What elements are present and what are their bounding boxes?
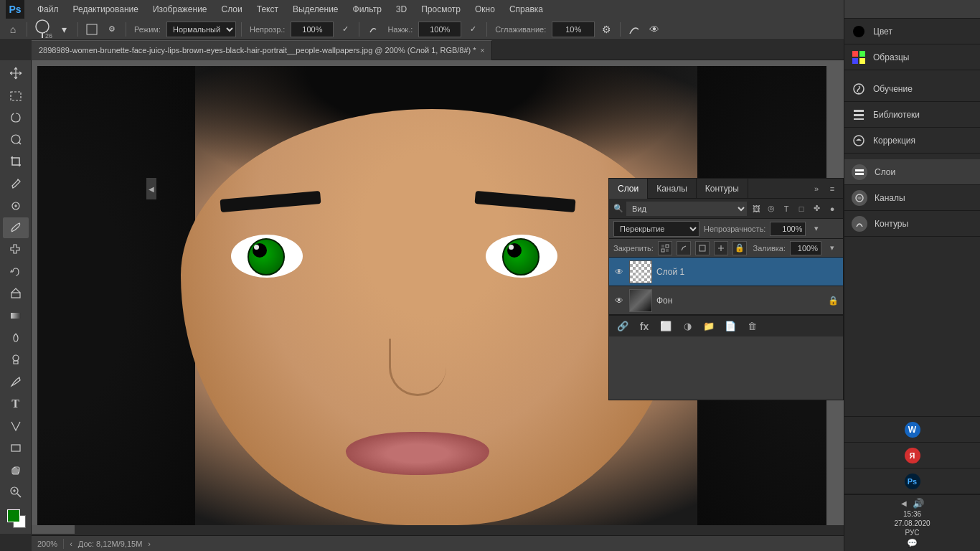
blend-mode-dropdown[interactable]: Перекрытие Нормальный [613, 221, 699, 237]
eye-tool[interactable]: 👁 [646, 21, 663, 38]
horizontal-scrollbar[interactable] [32, 525, 846, 534]
new-group-btn[interactable]: 📁 [701, 319, 717, 334]
menu-view[interactable]: Просмотр [415, 3, 466, 16]
rectangle-tool[interactable] [3, 438, 29, 458]
curve-tool[interactable] [626, 21, 643, 38]
menu-filter[interactable]: Фильтр [347, 3, 387, 16]
menu-layers[interactable]: Слои [216, 3, 248, 16]
healing-brush-tool[interactable] [3, 195, 29, 216]
lock-move-btn[interactable] [714, 241, 728, 255]
menu-help[interactable]: Справка [504, 3, 549, 16]
lock-transparent-btn[interactable] [658, 241, 672, 255]
opacity-input[interactable]: 100% [291, 22, 334, 37]
panel-expand-arrow[interactable]: ◀ [146, 178, 156, 199]
lock-artboards-btn[interactable] [695, 241, 710, 255]
new-layer-btn[interactable]: 📄 [722, 319, 738, 334]
eraser-tool[interactable] [3, 283, 29, 304]
yandex-browser[interactable]: Я [844, 443, 980, 468]
rectangle-select-tool[interactable] [3, 85, 29, 106]
menu-window[interactable]: Окно [469, 3, 501, 16]
menu-image[interactable]: Изображение [147, 3, 213, 16]
panel-channels-link[interactable]: Каналы [844, 185, 980, 211]
layer-bg-visibility[interactable]: 👁 [613, 295, 625, 306]
layer-row-1[interactable]: 👁 Слой 1 [609, 258, 843, 286]
crop-tool[interactable] [3, 151, 29, 172]
filter-shape-icon[interactable]: □ [795, 202, 808, 215]
panel-libraries[interactable]: Библиотеки [844, 102, 980, 128]
tool-home[interactable]: ⌂ [4, 21, 22, 38]
lock-all-btn[interactable]: 🔒 [732, 241, 747, 255]
menu-3d[interactable]: 3D [390, 3, 413, 16]
panel-learn[interactable]: Обучение [844, 76, 980, 102]
word-app[interactable]: W [844, 417, 980, 443]
panel-adjustments[interactable]: Коррекция [844, 128, 980, 154]
lock-paint-btn[interactable] [677, 241, 691, 255]
path-selection-tool[interactable] [3, 415, 29, 436]
status-arrow-left[interactable]: ‹ [70, 540, 72, 548]
add-style-btn[interactable]: fx [636, 319, 652, 334]
clone-stamp-tool[interactable] [3, 240, 29, 260]
expand-tray-btn[interactable]: ◀ [901, 499, 907, 507]
panel-layers-link[interactable]: Слои [844, 159, 980, 185]
flow-input[interactable]: 100% [418, 22, 461, 37]
layers-tab[interactable]: Слои [609, 179, 648, 199]
brush-tool-indicator[interactable]: 26 [32, 19, 52, 39]
brush-settings-button[interactable]: ⚙ [103, 21, 121, 38]
horizontal-scrollbar-thumb[interactable] [32, 525, 75, 534]
filter-toggle[interactable]: ● [826, 202, 839, 215]
brush-options-button[interactable]: ▾ [55, 21, 72, 38]
foreground-color-swatch[interactable] [7, 509, 20, 522]
menu-select[interactable]: Выделение [287, 3, 344, 16]
layer-filter-dropdown[interactable]: Вид [626, 202, 747, 216]
opacity-value[interactable]: 100% [770, 222, 806, 236]
notification-btn[interactable]: 💬 [907, 538, 918, 548]
opacity-check[interactable]: ✓ [336, 21, 354, 38]
text-tool[interactable]: T [3, 394, 29, 415]
mode-dropdown[interactable]: Нормальный [166, 22, 236, 37]
history-brush-tool[interactable] [3, 261, 29, 282]
panel-color[interactable]: Цвет [844, 19, 980, 44]
lasso-tool[interactable] [3, 107, 29, 128]
flow-check[interactable]: ✓ [464, 21, 481, 38]
channels-tab[interactable]: Каналы [648, 179, 697, 199]
layer-row-bg[interactable]: 👁 Фон 🔒 [609, 286, 843, 315]
brush-shape-button[interactable] [83, 21, 100, 38]
ps-taskbar[interactable]: Ps [844, 468, 980, 494]
delete-layer-btn[interactable]: 🗑 [744, 319, 760, 334]
layer-1-visibility[interactable]: 👁 [613, 266, 625, 278]
filter-image-icon[interactable]: 🖼 [750, 202, 763, 215]
move-tool[interactable] [3, 63, 29, 84]
opacity-arrow[interactable]: ▾ [810, 222, 823, 235]
add-mask-btn[interactable]: ⬜ [658, 319, 674, 334]
active-tab[interactable]: 2898989-women-brunette-face-juicy-lips-b… [32, 40, 492, 60]
adjustment-layer-btn[interactable]: ◑ [679, 319, 695, 334]
hand-tool[interactable] [3, 460, 29, 481]
brush-tool[interactable] [3, 217, 29, 238]
gradient-tool[interactable] [3, 306, 29, 326]
filter-smart-icon[interactable]: ✤ [810, 202, 823, 215]
tab-close-button[interactable]: × [481, 47, 485, 55]
menu-text[interactable]: Текст [251, 3, 284, 16]
panel-paths-link[interactable]: Контуры [844, 211, 980, 237]
filter-type-icon[interactable]: T [780, 202, 793, 215]
pen-tool[interactable] [3, 372, 29, 392]
fill-arrow[interactable]: ▾ [826, 242, 839, 255]
dodge-tool[interactable] [3, 349, 29, 370]
quick-select-tool[interactable] [3, 129, 29, 150]
settings-button[interactable]: ⚙ [598, 21, 615, 38]
smoothing-input[interactable]: 10% [552, 22, 595, 37]
panel-expand-icon[interactable]: » [810, 182, 823, 195]
status-arrow-right[interactable]: › [148, 540, 151, 548]
filter-adjustments-icon[interactable]: ◎ [765, 202, 778, 215]
link-layers-btn[interactable]: 🔗 [615, 319, 631, 334]
fill-value[interactable]: 100% [790, 241, 821, 255]
volume-icon[interactable]: 🔊 [913, 498, 924, 509]
eyedropper-tool[interactable] [3, 174, 29, 194]
panel-menu-icon[interactable]: ≡ [826, 182, 839, 195]
airbrush-button[interactable] [364, 21, 382, 38]
paths-tab[interactable]: Контуры [697, 179, 748, 199]
blur-tool[interactable] [3, 327, 29, 348]
menu-edit[interactable]: Редактирование [67, 3, 144, 16]
menu-file[interactable]: Файл [32, 3, 65, 16]
panel-swatches[interactable]: Образцы [844, 44, 980, 70]
